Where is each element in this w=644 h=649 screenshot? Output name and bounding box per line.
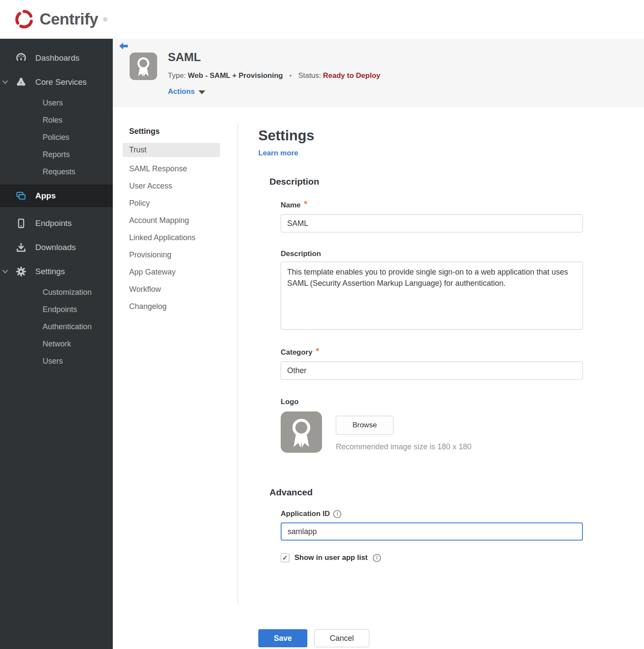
- category-field[interactable]: [281, 362, 583, 380]
- subnav-item-changelog[interactable]: Changelog: [113, 298, 238, 315]
- page-title: Settings: [258, 127, 607, 144]
- sidebar-item-label: Downloads: [35, 243, 76, 252]
- subnav-item-linked-applications[interactable]: Linked Applications: [113, 229, 238, 246]
- sidebar-item-settings[interactable]: Settings: [0, 260, 113, 284]
- type-value: Web - SAML + Provisioning: [188, 71, 283, 80]
- sidebar-item-label: Network: [43, 340, 71, 349]
- subnav-item-app-gateway[interactable]: App Gateway: [113, 263, 238, 281]
- subnav-header: Settings: [113, 127, 238, 136]
- award-ribbon-icon: [130, 53, 157, 80]
- cancel-button[interactable]: Cancel: [314, 629, 369, 647]
- application-id-field[interactable]: [281, 522, 583, 541]
- gear-icon: [15, 266, 27, 277]
- sidebar-item-label: Users: [43, 99, 63, 108]
- sidebar-item-authentication[interactable]: Authentication: [0, 318, 113, 335]
- caret-down-icon: [198, 90, 205, 94]
- sidebar-item-settings-users[interactable]: Users: [0, 352, 113, 370]
- sidebar-item-label: Reports: [43, 150, 70, 159]
- application-id-label: Application ID: [281, 510, 330, 518]
- apps-icon: [15, 190, 27, 201]
- download-icon: [15, 242, 27, 253]
- category-label: Category: [281, 348, 313, 357]
- description-label: Description: [281, 250, 321, 258]
- actions-menu-button[interactable]: Actions: [168, 87, 205, 96]
- sidebar-item-customization[interactable]: Customization: [0, 284, 113, 301]
- sidebar: Dashboards Core Services Users Roles Pol…: [0, 39, 113, 649]
- sidebar-item-label: Roles: [43, 116, 62, 125]
- sidebar-item-label: Apps: [35, 191, 56, 201]
- sidebar-item-label: Settings: [35, 267, 65, 276]
- required-asterisk: *: [316, 346, 319, 356]
- learn-more-link[interactable]: Learn more: [258, 149, 298, 158]
- subnav-item-account-mapping[interactable]: Account Mapping: [113, 212, 238, 229]
- logo-size-hint: Recommended image size is 180 x 180: [336, 442, 471, 451]
- subnav-item-provisioning[interactable]: Provisioning: [113, 246, 238, 263]
- back-arrow-icon[interactable]: [119, 42, 128, 51]
- app-title: SAML: [168, 51, 201, 64]
- core-services-icon: [15, 77, 27, 88]
- sidebar-item-requests[interactable]: Requests: [0, 163, 113, 180]
- brand-logo: Centrify ®: [13, 8, 107, 31]
- advanced-section-heading: Advanced: [269, 487, 607, 498]
- logo-label: Logo: [281, 398, 299, 406]
- name-field[interactable]: [281, 214, 583, 232]
- subnav-item-workflow[interactable]: Workflow: [113, 281, 238, 298]
- show-in-user-app-list-checkbox[interactable]: [281, 553, 289, 562]
- smartphone-icon: [15, 218, 27, 229]
- settings-subnav: Settings Trust SAML Response User Access…: [113, 107, 238, 649]
- sidebar-item-reports[interactable]: Reports: [0, 146, 113, 163]
- sidebar-item-endpoints[interactable]: Endpoints: [0, 211, 113, 235]
- subnav-item-saml-response[interactable]: SAML Response: [113, 160, 238, 177]
- settings-form: Settings Learn more Description Name * D…: [258, 107, 607, 649]
- chevron-down-icon: [2, 80, 8, 84]
- subnav-item-policy[interactable]: Policy: [113, 195, 238, 212]
- registered-mark: ®: [103, 16, 108, 23]
- vertical-divider: [238, 123, 238, 605]
- award-ribbon-icon: [281, 411, 322, 453]
- description-field[interactable]: This template enables you to provide sin…: [281, 262, 583, 330]
- actions-label: Actions: [168, 87, 195, 96]
- subnav-item-user-access[interactable]: User Access: [113, 177, 238, 195]
- info-icon[interactable]: [373, 554, 381, 562]
- sidebar-item-label: Dashboards: [35, 53, 79, 63]
- sidebar-item-label: Core Services: [35, 77, 87, 87]
- required-asterisk: *: [304, 199, 307, 209]
- app-header: SAML Type: Web - SAML + Provisioning • S…: [113, 39, 644, 107]
- sidebar-item-label: Users: [43, 357, 63, 366]
- sidebar-item-label: Requests: [43, 167, 75, 176]
- sidebar-item-settings-endpoints[interactable]: Endpoints: [0, 301, 113, 318]
- chevron-down-icon: [2, 269, 8, 274]
- status-badge: Ready to Deploy: [323, 71, 380, 80]
- sidebar-item-label: Endpoints: [43, 305, 77, 314]
- name-label: Name: [281, 201, 300, 210]
- sidebar-item-label: Endpoints: [35, 219, 72, 228]
- show-in-user-app-list-label: Show in user app list: [294, 553, 368, 562]
- sidebar-item-apps[interactable]: Apps: [0, 185, 113, 207]
- subnav-item-trust[interactable]: Trust: [123, 143, 220, 157]
- brand-name: Centrify: [40, 10, 98, 28]
- browse-button[interactable]: Browse: [336, 416, 393, 435]
- description-section-heading: Description: [269, 176, 607, 187]
- app-meta: Type: Web - SAML + Provisioning • Status…: [168, 71, 380, 80]
- status-label: Status:: [298, 71, 321, 80]
- meta-separator: •: [289, 71, 292, 80]
- sidebar-item-core-services[interactable]: Core Services: [0, 70, 113, 94]
- sidebar-item-users[interactable]: Users: [0, 94, 113, 111]
- top-brand-bar: Centrify ®: [0, 0, 644, 39]
- sidebar-item-policies[interactable]: Policies: [0, 129, 113, 146]
- sidebar-item-downloads[interactable]: Downloads: [0, 235, 113, 260]
- sidebar-item-label: Customization: [43, 288, 92, 297]
- sidebar-item-dashboards[interactable]: Dashboards: [0, 46, 113, 70]
- save-button[interactable]: Save: [258, 629, 307, 647]
- centrify-swirl-icon: [13, 8, 35, 31]
- gauge-icon: [15, 53, 27, 64]
- sidebar-item-label: Policies: [43, 133, 69, 142]
- sidebar-item-roles[interactable]: Roles: [0, 111, 113, 129]
- type-label: Type:: [168, 71, 186, 80]
- sidebar-item-label: Authentication: [43, 322, 92, 331]
- info-icon[interactable]: [333, 510, 341, 518]
- sidebar-item-network[interactable]: Network: [0, 335, 113, 352]
